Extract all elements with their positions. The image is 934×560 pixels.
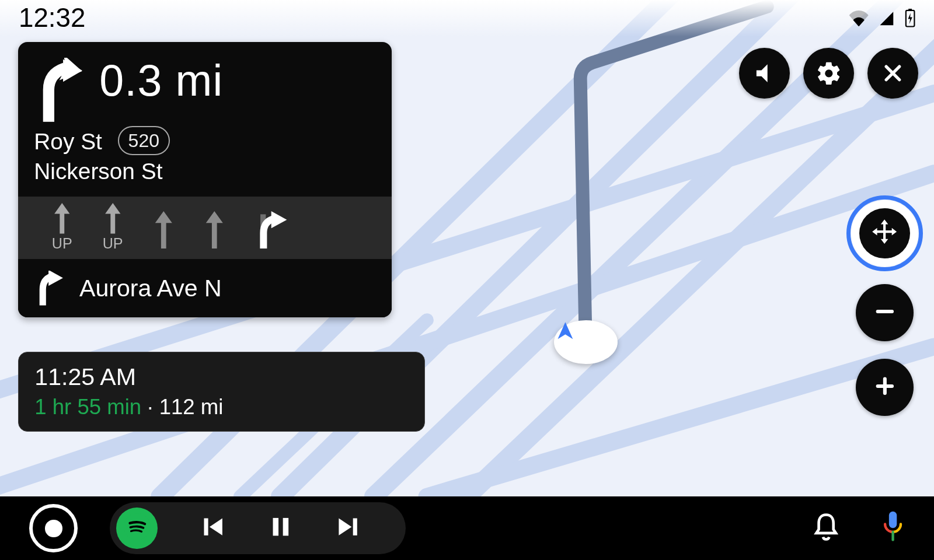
pause-icon <box>267 531 294 544</box>
voice-assistant-button[interactable] <box>881 510 905 547</box>
eta-card[interactable]: 11:25 AM 1 hr 55 min · 112 mi <box>18 352 425 432</box>
eta-arrival-time: 11:25 AM <box>34 363 408 391</box>
gear-icon <box>815 60 842 87</box>
street-primary: Roy St <box>34 129 102 154</box>
next-street: Aurora Ave N <box>79 275 222 302</box>
lane-straight-icon: UP <box>102 203 124 252</box>
settings-button[interactable] <box>803 48 854 99</box>
svg-rect-16 <box>273 518 278 536</box>
media-next-button[interactable] <box>334 512 377 544</box>
turn-card: 0.3 mi Roy St 520 Nickerson St UP UP <box>18 42 392 317</box>
svg-rect-11 <box>876 310 893 313</box>
launcher-button[interactable] <box>29 504 78 552</box>
spotify-icon <box>124 513 151 543</box>
status-time: 12:32 <box>19 3 85 33</box>
svg-rect-18 <box>353 519 357 536</box>
svg-rect-17 <box>283 518 288 536</box>
next-step: Aurora Ave N <box>18 259 392 318</box>
vehicle-marker <box>554 320 618 364</box>
media-pause-button[interactable] <box>267 512 294 544</box>
minus-icon <box>872 298 898 328</box>
media-controls <box>110 502 406 554</box>
wifi-icon <box>849 10 869 26</box>
spotify-button[interactable] <box>116 508 158 549</box>
zoom-in-button[interactable] <box>856 359 913 416</box>
microphone-icon <box>881 534 905 546</box>
skip-next-icon <box>334 531 363 544</box>
maneuver-turn-right-icon <box>34 271 63 305</box>
volume-mute-icon <box>752 61 776 85</box>
svg-rect-9 <box>908 9 912 11</box>
eta-separator: · <box>141 395 159 419</box>
skip-previous-icon <box>198 531 227 544</box>
lane-turn-right-icon <box>254 207 288 249</box>
close-button[interactable] <box>867 48 918 99</box>
maneuver-turn-right-icon <box>34 55 86 122</box>
media-previous-button[interactable] <box>198 512 227 544</box>
mute-button[interactable] <box>739 48 790 99</box>
lane-straight-icon <box>153 207 175 249</box>
cell-signal-icon <box>878 10 895 26</box>
status-bar: 12:32 <box>0 0 934 37</box>
lane-straight-icon: UP <box>51 203 73 252</box>
svg-rect-13 <box>883 377 886 394</box>
battery-charging-icon <box>905 9 915 27</box>
notifications-button[interactable] <box>811 511 841 546</box>
lane-guidance: UP UP <box>18 197 392 259</box>
lane-straight-icon <box>204 207 225 249</box>
route-badge: 520 <box>118 126 170 155</box>
svg-rect-15 <box>204 519 208 536</box>
maneuver-distance: 0.3 mi <box>99 55 223 106</box>
system-bar <box>0 496 934 560</box>
pan-button[interactable] <box>851 200 918 267</box>
eta-duration: 1 hr 55 min <box>34 395 141 419</box>
zoom-out-button[interactable] <box>856 284 913 341</box>
close-icon <box>881 62 904 85</box>
street-secondary: Nickerson St <box>34 159 162 184</box>
eta-distance: 112 mi <box>159 395 224 419</box>
svg-rect-19 <box>888 511 896 528</box>
plus-icon <box>872 373 898 402</box>
bell-icon <box>811 533 841 545</box>
